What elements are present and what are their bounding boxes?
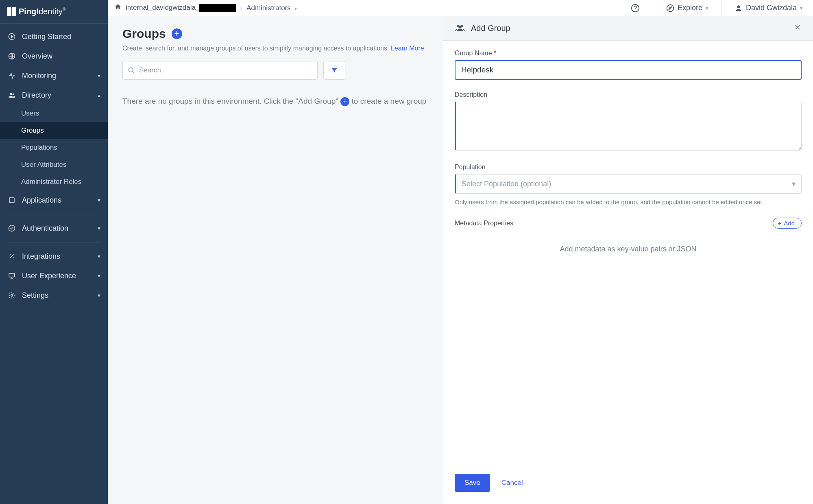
page: Groups + Create, search for, and manage …	[108, 16, 443, 504]
content-wrap: Groups + Create, search for, and manage …	[108, 16, 813, 504]
nav-sub-groups[interactable]: Groups	[0, 122, 108, 139]
population-label: Population	[455, 164, 802, 171]
nav-divider	[7, 214, 100, 214]
svg-rect-8	[9, 273, 15, 277]
explore-button[interactable]: Explore ▾	[662, 1, 712, 15]
nav-applications[interactable]: Applications ▾	[0, 190, 108, 210]
nav-overview[interactable]: Overview	[0, 46, 108, 66]
group-name-input[interactable]	[455, 60, 802, 80]
brand-text: PingIdentity®	[19, 7, 65, 16]
page-subtitle: Create, search for, and manage groups of…	[122, 45, 428, 52]
breadcrumb-separator: ›	[240, 4, 242, 12]
add-group-panel: Add Group Group Name * Description	[443, 16, 813, 504]
group-name-field: Group Name *	[455, 50, 802, 80]
nav-sub-users[interactable]: Users	[0, 105, 108, 122]
nav-label: Directory	[22, 91, 51, 100]
nav-label: User Experience	[22, 272, 76, 280]
close-icon	[793, 23, 802, 31]
metadata-placeholder: Add metadata as key-value pairs or JSON	[455, 245, 802, 253]
plus-icon: +	[778, 220, 782, 227]
add-metadata-button[interactable]: + Add	[773, 218, 802, 229]
svg-rect-6	[9, 198, 14, 203]
add-metadata-label: Add	[784, 220, 795, 227]
search-input[interactable]	[139, 66, 312, 74]
activity-icon	[7, 71, 16, 80]
home-icon[interactable]	[114, 3, 122, 13]
topbar-separator	[653, 0, 653, 16]
breadcrumb-env-text: internal_davidgwizdala_	[126, 4, 199, 11]
user-menu[interactable]: David Gwizdala ▾	[730, 1, 806, 15]
chevron-down-icon: ▾	[98, 253, 100, 260]
user-name: David Gwizdala	[746, 4, 797, 12]
population-select[interactable]: Select Population (optional) ▾	[455, 174, 802, 194]
population-placeholder: Select Population (optional)	[462, 180, 551, 188]
nav-label: Getting Started	[22, 33, 71, 41]
svg-rect-0	[7, 7, 11, 16]
panel-body: Group Name * Description Population Sele…	[443, 41, 813, 467]
nav-label: Integrations	[22, 252, 60, 261]
breadcrumb-env[interactable]: internal_davidgwizdala_	[126, 4, 236, 12]
check-circle-icon	[7, 224, 16, 233]
nav-label: Settings	[22, 291, 48, 300]
add-group-button[interactable]: +	[172, 28, 182, 39]
topbar-right: Explore ▾ David Gwizdala ▾	[627, 0, 806, 16]
nav-monitoring[interactable]: Monitoring ▾	[0, 66, 108, 85]
brand-icon	[7, 7, 16, 16]
nav-integrations[interactable]: Integrations ▾	[0, 247, 108, 266]
nav-settings[interactable]: Settings ▾	[0, 286, 108, 305]
svg-point-7	[9, 225, 15, 231]
help-circle-icon	[631, 4, 640, 13]
svg-point-16	[458, 25, 461, 28]
search-icon	[128, 67, 135, 74]
plus-circle-icon[interactable]: +	[340, 97, 349, 106]
nav-getting-started[interactable]: Getting Started	[0, 27, 108, 46]
caret-down-icon: ▾	[792, 179, 796, 188]
nav-authentication[interactable]: Authentication ▾	[0, 218, 108, 238]
chevron-down-icon: ▾	[98, 72, 100, 79]
chevron-down-icon: ▾	[98, 197, 100, 203]
nav-sub-admin-roles[interactable]: Administrator Roles	[0, 173, 108, 190]
svg-point-12	[737, 5, 740, 8]
globe-icon	[7, 52, 16, 61]
redacted-block	[199, 4, 236, 12]
plug-icon	[7, 252, 16, 261]
cancel-button[interactable]: Cancel	[501, 479, 523, 487]
svg-point-4	[10, 93, 12, 95]
nav-user-experience[interactable]: User Experience ▾	[0, 266, 108, 286]
nav-directory[interactable]: Directory ▴	[0, 85, 108, 105]
user-icon	[735, 4, 743, 12]
page-subtitle-text: Create, search for, and manage groups of…	[122, 45, 391, 52]
brand-logo[interactable]: PingIdentity®	[0, 0, 108, 24]
nav-label: Monitoring	[22, 72, 56, 80]
metadata-label: Metadata Properties	[455, 220, 513, 227]
page-title: Groups	[122, 27, 166, 41]
svg-point-11	[667, 4, 674, 11]
description-field: Description	[455, 91, 802, 152]
close-button[interactable]	[793, 23, 802, 33]
empty-text-after: to create a new group	[352, 97, 427, 105]
empty-text-before: There are no groups in this environment.…	[122, 97, 340, 105]
breadcrumb-section[interactable]: Administrators ▾	[246, 4, 296, 12]
explore-label: Explore	[678, 4, 702, 12]
search-box[interactable]	[122, 61, 318, 80]
sidebar-nav: Getting Started Overview Monitoring ▾ Di…	[0, 24, 108, 305]
description-input[interactable]	[455, 102, 802, 151]
nav-label: Applications	[22, 196, 61, 205]
group-name-label: Group Name *	[455, 50, 802, 57]
panel-title: Add Group	[471, 24, 510, 33]
nav-sub-user-attributes[interactable]: User Attributes	[0, 156, 108, 173]
description-label: Description	[455, 91, 802, 98]
nav-label: Overview	[22, 52, 52, 61]
save-button[interactable]: Save	[455, 474, 490, 492]
filter-button[interactable]	[323, 61, 345, 80]
svg-rect-1	[12, 7, 16, 16]
page-title-row: Groups +	[122, 27, 428, 41]
panel-footer: Save Cancel	[443, 467, 813, 504]
help-button[interactable]	[627, 1, 644, 15]
nav-label: Authentication	[22, 224, 68, 233]
learn-more-link[interactable]: Learn More	[391, 45, 424, 52]
nav-sub-populations[interactable]: Populations	[0, 139, 108, 156]
svg-point-5	[13, 94, 15, 96]
svg-point-9	[11, 295, 13, 297]
topbar-separator	[721, 0, 721, 16]
